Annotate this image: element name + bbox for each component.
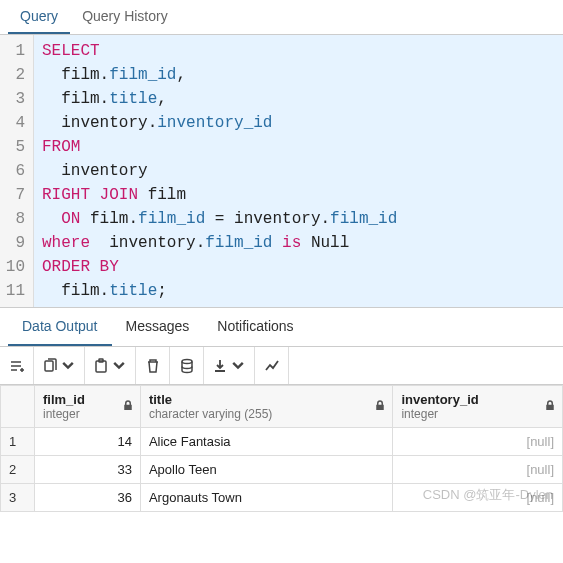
tab-query-history[interactable]: Query History xyxy=(70,0,180,34)
chevron-down-icon xyxy=(60,358,76,374)
tab-query[interactable]: Query xyxy=(8,0,70,34)
download-button[interactable] xyxy=(204,347,255,384)
table-row[interactable]: 1 14 Alice Fantasia [null] xyxy=(1,428,563,456)
lock-icon xyxy=(374,399,386,414)
cell-inventory-id[interactable]: [null] xyxy=(393,428,563,456)
paste-icon xyxy=(93,358,109,374)
svg-point-3 xyxy=(182,359,192,363)
sql-editor[interactable]: 1234567891011 SELECT film.film_id, film.… xyxy=(0,35,563,308)
watermark: CSDN @筑亚年-Dylen xyxy=(423,486,553,504)
cell-title[interactable]: Argonauts Town xyxy=(140,484,392,512)
chart-button[interactable] xyxy=(255,347,289,384)
download-icon xyxy=(212,358,228,374)
cell-film-id[interactable]: 36 xyxy=(35,484,141,512)
table-row[interactable]: 2 33 Apollo Teen [null] xyxy=(1,456,563,484)
copy-button[interactable] xyxy=(34,347,85,384)
add-row-button[interactable] xyxy=(0,347,34,384)
paste-button[interactable] xyxy=(85,347,136,384)
row-number: 2 xyxy=(1,456,35,484)
lock-icon xyxy=(122,399,134,414)
trash-icon xyxy=(145,358,161,374)
row-number: 3 xyxy=(1,484,35,512)
results-tabs: Data Output Messages Notifications xyxy=(0,308,563,347)
database-icon xyxy=(179,358,195,374)
cell-inventory-id[interactable]: [null] xyxy=(393,456,563,484)
tab-data-output[interactable]: Data Output xyxy=(8,308,112,346)
results-toolbar xyxy=(0,347,563,385)
column-header-title[interactable]: title character varying (255) xyxy=(140,386,392,428)
column-header-inventory-id[interactable]: inventory_id integer xyxy=(393,386,563,428)
cell-title[interactable]: Apollo Teen xyxy=(140,456,392,484)
tab-notifications[interactable]: Notifications xyxy=(203,308,307,346)
cell-film-id[interactable]: 14 xyxy=(35,428,141,456)
editor-tabs: Query Query History xyxy=(0,0,563,35)
save-data-button[interactable] xyxy=(170,347,204,384)
delete-button[interactable] xyxy=(136,347,170,384)
cell-film-id[interactable]: 33 xyxy=(35,456,141,484)
tab-messages[interactable]: Messages xyxy=(112,308,204,346)
chevron-down-icon xyxy=(230,358,246,374)
copy-icon xyxy=(42,358,58,374)
cell-title[interactable]: Alice Fantasia xyxy=(140,428,392,456)
row-number-header xyxy=(1,386,35,428)
svg-rect-0 xyxy=(45,361,53,371)
row-number: 1 xyxy=(1,428,35,456)
column-header-film-id[interactable]: film_id integer xyxy=(35,386,141,428)
sql-code[interactable]: SELECT film.film_id, film.title, invento… xyxy=(34,35,563,307)
lock-icon xyxy=(544,399,556,414)
chart-icon xyxy=(264,358,280,374)
line-gutter: 1234567891011 xyxy=(0,35,34,307)
chevron-down-icon xyxy=(111,358,127,374)
add-row-icon xyxy=(9,358,25,374)
